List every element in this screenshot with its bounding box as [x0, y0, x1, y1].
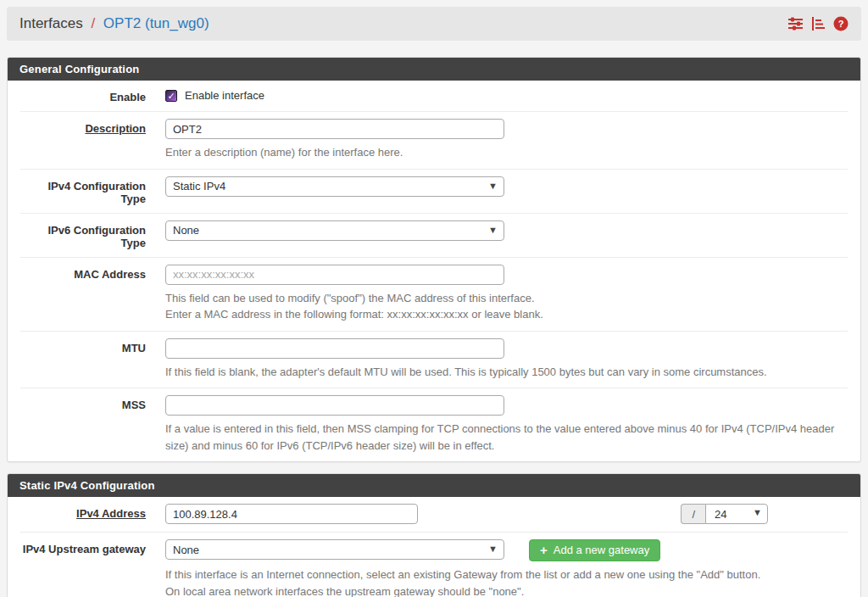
- mtu-row: MTU If this field is blank, the adapter'…: [20, 332, 848, 389]
- breadcrumb-section: Interfaces: [19, 15, 83, 31]
- description-help: Enter a description (name) for the inter…: [165, 144, 848, 161]
- mac-address-help-line2: Enter a MAC address in the following for…: [165, 308, 543, 321]
- subnet-separator: /: [681, 504, 705, 524]
- mss-row: MSS If a value is entered in this field,…: [20, 388, 848, 461]
- mtu-label: MTU: [20, 338, 146, 381]
- mac-address-input[interactable]: [165, 265, 504, 285]
- ipv4-configuration-type-select[interactable]: Static IPv4: [165, 176, 504, 197]
- subnet-prefix-select[interactable]: 24: [705, 504, 768, 524]
- ipv6-configuration-type-label: IPv6 Configuration Type: [20, 220, 146, 249]
- ipv4-address-label: IPv4 Address: [20, 504, 146, 524]
- description-row: Description Enter a description (name) f…: [20, 112, 848, 170]
- ipv4-address-input[interactable]: [165, 504, 418, 524]
- static-ipv4-configuration-panel: Static IPv4 Configuration IPv4 Address /…: [7, 473, 861, 597]
- enable-interface-checkbox[interactable]: ✓: [165, 90, 177, 102]
- general-configuration-heading: General Configuration: [8, 58, 860, 81]
- ipv4-upstream-gateway-label: IPv4 Upstream gateway: [20, 539, 146, 597]
- ipv4-upstream-gateway-row: IPv4 Upstream gateway None ▼ + Add a new…: [20, 533, 848, 597]
- enable-interface-checkbox-label[interactable]: Enable interface: [185, 89, 264, 102]
- mss-help: If a value is entered in this field, the…: [165, 421, 848, 454]
- ipv6-configuration-type-select[interactable]: None: [165, 220, 504, 241]
- help-icon[interactable]: ?: [833, 16, 849, 31]
- ipv4-address-row: IPv4 Address / 24 ▼: [20, 497, 848, 533]
- breadcrumb: Interfaces / OPT2 (tun_wg0): [7, 7, 861, 41]
- svg-text:?: ?: [838, 19, 844, 29]
- description-input[interactable]: [165, 119, 504, 139]
- status-chart-icon[interactable]: [811, 16, 826, 31]
- mtu-input[interactable]: [165, 338, 504, 359]
- mac-address-help-line1: This field can be used to modify ("spoof…: [165, 292, 535, 304]
- mac-address-row: MAC Address This field can be used to mo…: [20, 258, 848, 332]
- description-label: Description: [20, 119, 146, 161]
- static-ipv4-configuration-heading: Static IPv4 Configuration: [8, 474, 860, 497]
- add-new-gateway-button-label: Add a new gateway: [554, 544, 649, 556]
- ipv4-upstream-gateway-select[interactable]: None: [165, 539, 504, 560]
- ipv6-configuration-type-row: IPv6 Configuration Type None ▼: [20, 214, 848, 258]
- gateway-help-line2: On local area network interfaces the ups…: [165, 585, 524, 597]
- mtu-help: If this field is blank, the adapter's de…: [165, 364, 848, 381]
- ipv4-configuration-type-label: IPv4 Configuration Type: [20, 176, 146, 205]
- enable-row: Enable ✓ Enable interface: [20, 81, 848, 112]
- breadcrumb-separator: /: [91, 15, 95, 31]
- ipv4-upstream-gateway-help: If this interface is an Internet connect…: [165, 566, 848, 597]
- mac-address-help: This field can be used to modify ("spoof…: [165, 290, 848, 323]
- plus-icon: +: [540, 544, 548, 555]
- add-new-gateway-button[interactable]: + Add a new gateway: [529, 539, 660, 561]
- mac-address-label: MAC Address: [20, 265, 146, 323]
- sliders-icon[interactable]: [787, 16, 804, 31]
- page: Interfaces / OPT2 (tun_wg0): [0, 0, 868, 597]
- header-icons: ?: [787, 16, 849, 31]
- subnet-prefix-group: / 24 ▼: [681, 504, 768, 524]
- mss-label: MSS: [20, 395, 146, 454]
- enable-label: Enable: [20, 87, 146, 103]
- breadcrumb-current-link[interactable]: OPT2 (tun_wg0): [103, 15, 209, 31]
- mss-input[interactable]: [165, 395, 504, 416]
- general-configuration-panel: General Configuration Enable ✓ Enable in…: [7, 57, 861, 462]
- ipv4-configuration-type-row: IPv4 Configuration Type Static IPv4 ▼: [20, 170, 848, 214]
- page-title: Interfaces / OPT2 (tun_wg0): [19, 15, 209, 32]
- gateway-help-line1: If this interface is an Internet connect…: [165, 568, 760, 581]
